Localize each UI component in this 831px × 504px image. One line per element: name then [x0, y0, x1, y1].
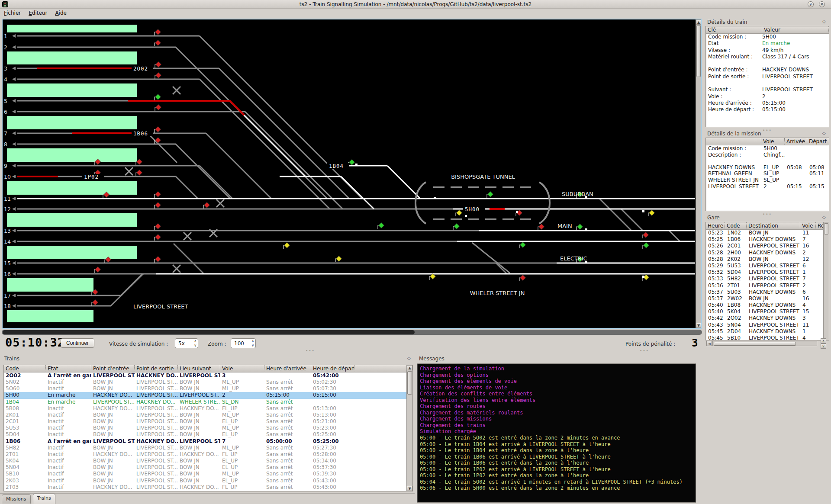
scroll-up-icon[interactable]: ▲ — [696, 19, 701, 25]
minimize-icon[interactable]: ∨ — [808, 1, 814, 7]
trains-table-header[interactable]: CodeEtatPoint d'entréePoint de sortieLie… — [4, 365, 412, 372]
signal-red-icon[interactable] — [155, 40, 161, 45]
menu-item-aide[interactable]: Aide — [51, 9, 71, 17]
scrollbar-thumb[interactable] — [696, 25, 701, 77]
column-header[interactable]: Départ — [807, 138, 827, 145]
scrollbar-thumb[interactable] — [714, 342, 796, 346]
gare-row[interactable]: 05:335H82LIVERPOOL STREET7 — [706, 276, 829, 282]
canvas-vertical-scrollbar[interactable]: ▲ ▼ — [696, 19, 701, 328]
gare-row[interactable]: 05:452D04HACKNEY DOWNS1 — [706, 328, 829, 335]
gare-row[interactable]: 05:455B10LIVERPOOL STREET4 — [706, 335, 829, 341]
signal-red-icon[interactable] — [155, 191, 161, 197]
scroll-down-icon[interactable]: ▼ — [696, 323, 701, 328]
column-header[interactable]: Destination — [747, 222, 800, 229]
column-header[interactable]: Clé — [706, 26, 762, 33]
signal-yellow-icon[interactable] — [284, 242, 290, 248]
train-row-1B06[interactable]: 1B06A l'arrêt en gareLIVERPOOL ST...HACK… — [4, 438, 412, 445]
scroll-down-icon[interactable]: ∨ — [821, 343, 826, 349]
zoom-spinner[interactable]: 100 ∧∨ — [231, 338, 256, 348]
canvas-horizontal-scrollbar[interactable] — [2, 330, 702, 335]
train-row-5O60[interactable]: 5O60InactifBOW JNLIVERPOOL ST...BOW JNML… — [4, 385, 412, 392]
gare-row[interactable]: 05:422O02HACKNEY DOWNS3 — [706, 315, 829, 321]
signal-green-icon[interactable] — [349, 159, 354, 165]
gare-row[interactable]: 05:231N02BOW JN11 — [706, 230, 829, 236]
column-header[interactable]: Heure de départ — [311, 365, 354, 372]
signal-green-icon[interactable] — [577, 224, 583, 229]
gare-row[interactable]: 05:295U53LIVERPOOL STREET6 — [706, 263, 829, 269]
scroll-up-icon[interactable]: ▲ — [407, 365, 412, 370]
gare-row[interactable]: 05:401B08HACKNEY DOWNS4 — [706, 302, 829, 308]
signal-green-icon[interactable] — [155, 94, 161, 100]
train-row-5B10[interactable]: 5B10InactifBOW JNLIVERPOOL ST...BOW JNML… — [4, 471, 412, 477]
train-row-5D04[interactable]: 5D04InactifBOW JNLIVERPOOL ST...BOW JNEL… — [4, 431, 412, 438]
column-header[interactable]: Code — [725, 222, 747, 229]
train-row-5B08[interactable]: 5B08InactifHACKNEY DO...LIVERPOOL ST...H… — [4, 405, 412, 412]
signal-red-icon[interactable] — [155, 202, 161, 208]
signal-red-icon[interactable] — [155, 234, 161, 240]
signal-yellow-icon[interactable] — [336, 256, 341, 261]
train-row-2K03[interactable]: 2K03InactifBOW JNLIVERPOOL ST...BOW JNEL… — [4, 478, 412, 484]
tab-missions[interactable]: Missions — [2, 494, 31, 504]
train-row-5H82[interactable]: 5H82InactifBOW JNLIVERPOOL ST...BOW JNML… — [4, 445, 412, 451]
signal-green-icon[interactable] — [487, 191, 493, 197]
panel-collapse-icon[interactable]: ◇ — [822, 19, 826, 24]
signal-red-icon[interactable] — [155, 104, 161, 110]
spinner-arrows-icon[interactable]: ∧∨ — [194, 339, 196, 348]
column-header[interactable]: Re — [816, 222, 824, 229]
gare-row[interactable]: 05:405K04LIVERPOOL STREET15 — [706, 308, 829, 315]
gare-row[interactable]: 05:435N04LIVERPOOL STREET11 — [706, 322, 829, 328]
signal-green-icon[interactable] — [643, 242, 649, 248]
gare-row[interactable]: 05:375U03HACKNEY DOWNS6 — [706, 289, 829, 295]
trains-vertical-scrollbar[interactable]: ▲ ▼ — [406, 365, 412, 491]
train-row-2K01[interactable]: 2K01InactifBOW JNLIVERPOOL ST...BOW JNML… — [4, 412, 412, 418]
signal-red-icon[interactable] — [155, 223, 161, 229]
train-row-2T03[interactable]: 2T03InactifHACKNEY DO...LIVERPOOL ST...H… — [4, 484, 412, 491]
column-header[interactable]: Point de sortie — [135, 365, 178, 372]
track-diagram-canvas[interactable]: 2O021B061P021B045H0012345678910111213141… — [2, 19, 702, 329]
continue-button[interactable]: Continuer — [61, 338, 94, 348]
signal-red-icon[interactable] — [92, 299, 98, 305]
column-header[interactable] — [706, 138, 761, 145]
signal-yellow-icon[interactable] — [456, 210, 462, 215]
gare-row[interactable]: 05:282K02BOW JN12 — [706, 256, 829, 263]
train-row-5N04[interactable]: 5N04InactifBOW JNLIVERPOOL ST...BOW JNEL… — [4, 464, 412, 471]
column-header[interactable]: Heure — [706, 222, 725, 229]
signal-red-icon[interactable] — [643, 232, 648, 238]
train-row-5N02[interactable]: 5N02InactifBOW JNLIVERPOOL ST...BOW JNML… — [4, 379, 412, 385]
signal-red-icon[interactable] — [155, 72, 161, 78]
train-row-5K04[interactable]: 5K04InactifBOW JNLIVERPOOL ST...BOW JNEL… — [4, 458, 412, 464]
signal-red-icon[interactable] — [136, 159, 142, 164]
gare-row[interactable]: 05:362T01LIVERPOOL STREET2 — [706, 282, 829, 289]
train-row-1B04[interactable]: 1B04En marcheLIVERPOOL ST...HACKNEY DO..… — [4, 399, 412, 405]
speed-spinner[interactable]: 5x ∧∨ — [175, 338, 198, 348]
splitter-handle[interactable]: ••• — [306, 349, 315, 353]
signal-green-icon[interactable] — [520, 242, 525, 247]
menu-item-editeur[interactable]: Editeur — [25, 9, 51, 17]
gare-row[interactable]: 05:325D04LIVERPOOL STREET1 — [706, 269, 829, 276]
gare-row[interactable]: 05:262C01LIVERPOOL STREET16 — [706, 243, 829, 249]
column-header[interactable]: Voie — [800, 222, 816, 229]
column-header[interactable]: Valeur — [762, 26, 829, 33]
panel-collapse-icon[interactable]: ◇ — [822, 131, 826, 135]
track-diagram[interactable]: 2O021B061P021B045H0012345678910111213141… — [3, 19, 695, 327]
spinner-arrows-icon[interactable]: ∧∨ — [251, 339, 254, 348]
column-header[interactable]: Voie — [761, 138, 785, 145]
column-header[interactable]: Arrivée — [785, 138, 807, 145]
panel-collapse-icon[interactable]: ◇ — [822, 215, 826, 219]
scrollbar-thumb[interactable] — [824, 223, 828, 234]
scrollbar-thumb[interactable] — [3, 330, 415, 334]
train-row-5H00[interactable]: 5H00En marcheHACKNEY DO...LIVERPOOL ST..… — [4, 392, 412, 398]
signal-green-icon[interactable] — [454, 223, 459, 229]
signal-green-icon[interactable] — [378, 222, 384, 228]
tab-trains[interactable]: Trains — [33, 494, 55, 504]
scroll-up-icon[interactable]: ∧ — [821, 338, 826, 343]
gare-horizontal-scrollbar[interactable] — [712, 341, 817, 346]
train-row-2T01[interactable]: 2T01InactifHACKNEY DO...LIVERPOOL ST...H… — [4, 451, 412, 458]
train-row-2C01[interactable]: 2C01InactifBOW JNLIVERPOOL ST...BOW JNEL… — [4, 418, 412, 425]
signal-red-icon[interactable] — [155, 256, 161, 262]
column-header[interactable]: Voie — [220, 365, 264, 372]
signal-red-icon[interactable] — [155, 61, 161, 67]
train-row-5U53[interactable]: 5U53InactifBOW JNLIVERPOOL ST...BOW JNML… — [4, 425, 412, 431]
gare-row[interactable]: 05:251B06HACKNEY DOWNS7 — [706, 236, 829, 243]
close-icon[interactable]: ✕ — [819, 1, 825, 7]
